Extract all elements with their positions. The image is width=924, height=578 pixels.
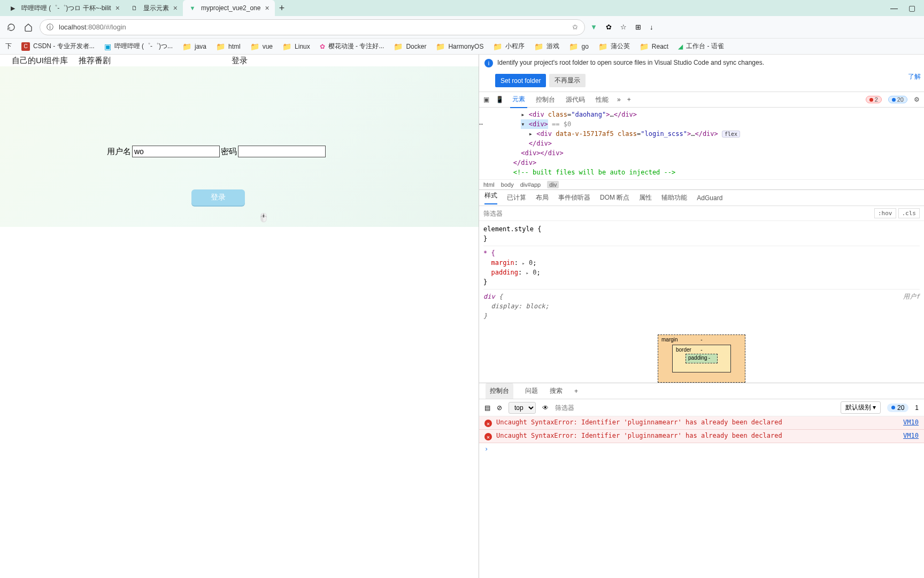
learn-more-link[interactable]: 了解 — [908, 72, 921, 81]
browser-tab-active[interactable]: ▼ myproject_vue2_one × — [183, 0, 275, 16]
subtab-a11y[interactable]: 辅助功能 — [661, 193, 687, 202]
source-link[interactable]: VM10 — [903, 419, 919, 426]
password-label: 密码 — [221, 147, 237, 157]
subtab-adguard[interactable]: AdGuard — [697, 194, 722, 202]
subtab-props[interactable]: 属性 — [639, 193, 652, 202]
console-error-row[interactable]: ✕ Uncaught SyntaxError: Identifier 'plug… — [479, 430, 924, 443]
close-tab-icon[interactable]: × — [173, 4, 178, 12]
breadcrumb-item[interactable]: div — [547, 181, 559, 188]
more-tabs-icon[interactable]: » — [617, 96, 621, 103]
subtab-styles[interactable]: 样式 — [484, 191, 497, 204]
tab-elements[interactable]: 元素 — [510, 92, 527, 108]
log-level-button[interactable]: 默认级别 ▾ — [841, 401, 881, 414]
reload-icon[interactable] — [5, 21, 17, 33]
tab-console[interactable]: 控制台 — [534, 92, 557, 108]
password-input[interactable] — [238, 146, 326, 157]
bookmark-folder[interactable]: 📁游戏 — [534, 42, 559, 51]
console-drawer-tabs: 控制台 问题 搜索 + — [479, 383, 924, 399]
bookmark-folder[interactable]: 📁React — [640, 42, 668, 51]
bookmark-csdn[interactable]: CCSDN - 专业开发者... — [21, 42, 95, 51]
home-icon[interactable] — [22, 21, 34, 33]
bookmark-folder[interactable]: 📁Docker — [394, 42, 426, 51]
add-tab-icon[interactable]: + — [627, 96, 631, 103]
clear-console-icon[interactable]: ⊘ — [497, 404, 502, 412]
bookmark-folder[interactable]: 📁HarmonyOS — [436, 42, 483, 51]
cls-toggle[interactable]: .cls — [898, 208, 920, 218]
nav-link-recommend[interactable]: 推荐番剧 — [79, 56, 111, 66]
bookmark-folder[interactable]: 📁Linux — [282, 42, 310, 51]
address-bar[interactable]: ⓘ localhost:8080/#/login ✩ — [40, 19, 585, 35]
dom-tree[interactable]: ⋯ ▸ <div class="daohang">…</div> ▾ <div>… — [479, 108, 924, 179]
context-select[interactable]: top — [509, 402, 536, 414]
bookmark-bilibili[interactable]: ▣哔哩哔哩 (゜-゜)つ... — [104, 42, 173, 51]
bookmark-folder[interactable]: 📁vue — [250, 42, 273, 51]
browser-tab[interactable]: 🗋 显示元素 × — [125, 0, 183, 16]
subtab-dombreak[interactable]: DOM 断点 — [600, 193, 629, 202]
maximize-icon[interactable]: ▢ — [908, 4, 915, 12]
add-drawer-tab-icon[interactable]: + — [574, 387, 578, 395]
folder-icon: 📁 — [250, 42, 259, 51]
extensions-icon[interactable]: ✿ — [606, 23, 612, 31]
close-tab-icon[interactable]: × — [116, 4, 120, 12]
styles-filter-input[interactable] — [483, 210, 872, 217]
inspect-icon[interactable]: ▣ — [483, 96, 489, 103]
error-badge[interactable]: 2 — [866, 96, 882, 103]
bookmark-sakura[interactable]: ✿樱花动漫 - 专注好... — [320, 42, 384, 51]
console-error-row[interactable]: ✕ Uncaught SyntaxError: Identifier 'plug… — [479, 416, 924, 430]
folder-icon: 📁 — [394, 42, 403, 51]
vue-devtools-icon[interactable]: ▼ — [590, 23, 597, 31]
style-source[interactable]: 用户f — [903, 292, 920, 301]
devtools-workspace-banner: i Identify your project's root folder to… — [479, 55, 924, 72]
bookmark-folder[interactable]: 📁go — [569, 42, 588, 51]
set-root-folder-button[interactable]: Set root folder — [495, 74, 546, 87]
tab-sources[interactable]: 源代码 — [564, 92, 587, 108]
styles-subtabs: 样式 已计算 布局 事件侦听器 DOM 断点 属性 辅助功能 AdGuard — [479, 190, 924, 206]
folder-icon: 📁 — [569, 42, 578, 51]
console-filter-input[interactable] — [555, 404, 834, 412]
bookmark-folder[interactable]: 📁html — [216, 42, 241, 51]
username-input[interactable] — [132, 146, 220, 157]
settings-icon[interactable]: ⚙ — [914, 96, 920, 103]
drawer-tab-console[interactable]: 控制台 — [486, 383, 513, 399]
minimize-icon[interactable]: — — [890, 4, 898, 12]
subtab-listeners[interactable]: 事件侦听器 — [558, 193, 590, 202]
hov-toggle[interactable]: :hov — [874, 208, 896, 218]
close-tab-icon[interactable]: × — [265, 4, 269, 12]
bookmark-item[interactable]: 下 — [5, 42, 12, 51]
subtab-layout[interactable]: 布局 — [536, 193, 549, 202]
collections-icon[interactable]: ⊞ — [635, 23, 641, 31]
dont-show-button[interactable]: 不再显示 — [549, 74, 586, 87]
breadcrumb-item[interactable]: body — [501, 181, 514, 188]
drawer-tab-issues[interactable]: 问题 — [525, 386, 538, 396]
url-host: localhost — [59, 23, 86, 31]
new-tab-button[interactable]: + — [279, 3, 285, 14]
console-info-badge[interactable]: 20 — [887, 404, 908, 412]
source-link[interactable]: VM10 — [903, 432, 919, 439]
favorites-icon[interactable]: ☆ — [620, 23, 627, 31]
sidebar-toggle-icon[interactable]: ▤ — [484, 404, 490, 412]
favorite-icon[interactable]: ✩ — [572, 23, 578, 31]
folder-icon: 📁 — [216, 42, 225, 51]
console-prompt[interactable]: › — [479, 443, 924, 455]
info-badge[interactable]: 20 — [888, 96, 907, 103]
browser-tab[interactable]: ▶ 哔哩哔哩 (゜-゜)つロ 干杯~-bilit × — [3, 0, 125, 16]
dom-breadcrumb[interactable]: html body div#app div — [479, 179, 924, 190]
bookmark-folder[interactable]: 📁蒲公英 — [598, 42, 630, 51]
tab-performance[interactable]: 性能 — [594, 92, 611, 108]
banner-text: Identify your project's root folder to o… — [497, 59, 919, 67]
bookmark-folder[interactable]: 📁java — [182, 42, 206, 51]
bookmark-folder[interactable]: 📁小程序 — [493, 42, 525, 51]
downloads-icon[interactable]: ↓ — [650, 23, 653, 31]
login-button[interactable]: 登录 — [191, 189, 245, 206]
styles-pane[interactable]: element.style { } * { margin: ▸ 0; paddi… — [479, 221, 924, 328]
bookmark-yuque[interactable]: ◢工作台 - 语雀 — [678, 42, 724, 51]
info-icon[interactable]: ⓘ — [47, 22, 53, 32]
breadcrumb-item[interactable]: div#app — [520, 181, 541, 188]
nav-link-uilib[interactable]: 自己的UI组件库 — [12, 56, 68, 66]
breadcrumb-item[interactable]: html — [483, 181, 495, 188]
subtab-computed[interactable]: 已计算 — [507, 193, 526, 202]
drawer-tab-search[interactable]: 搜索 — [550, 386, 563, 396]
eye-icon[interactable]: 👁 — [542, 404, 549, 412]
folder-icon: 📁 — [182, 42, 191, 51]
device-icon[interactable]: 📱 — [496, 96, 504, 103]
